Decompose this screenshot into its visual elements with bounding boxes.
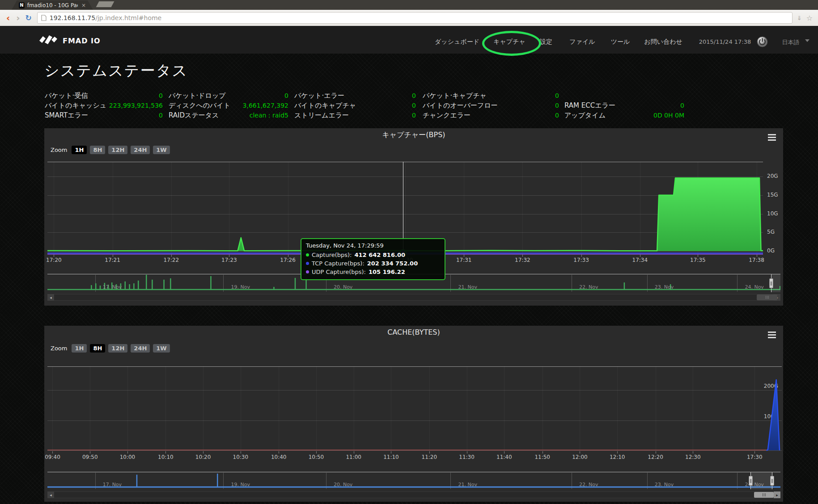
zoom-button-1h[interactable]: 1H [72,344,87,353]
power-button[interactable] [757,36,768,49]
axis-tick [203,451,203,454]
x-axis-label: 17:23 [221,257,237,263]
scrollbar-left-arrow[interactable]: ◂ [47,294,54,301]
navigator-day-label: 22. Nov [579,482,598,487]
status-value: 0 [680,102,684,109]
navigator-day-label: 20. Nov [334,482,352,487]
tooltip-row: Capture(bps): 412 642 816.00 [306,251,440,259]
status-value: 0 [555,112,559,119]
nav-item-1[interactable]: ダッシュボード [435,38,479,46]
scrollbar-track[interactable] [47,294,780,301]
y-axis-label: 10G [767,210,778,217]
x-axis-label: 17:20 [46,257,62,263]
chart-menu-icon[interactable] [768,134,776,142]
x-axis-label: 17:22 [164,257,179,263]
scrollbar-left-arrow[interactable]: ◂ [47,491,54,498]
browser-tab[interactable]: N fmadio10 - 10G Pack × [12,0,93,10]
axis-tick [580,451,580,454]
x-axis-label: 17:21 [105,257,120,263]
series-dot-icon [306,253,309,256]
status-value: 0D 0H 0M [653,112,684,119]
zoom-button-1w[interactable]: 1W [153,146,170,154]
nav-item-3[interactable]: 設定 [540,38,552,46]
status-cell: パケット·エラー0 [294,91,416,100]
x-axis-label: 11:50 [534,454,550,460]
page-title: システムステータス [44,61,188,81]
axis-tick [467,451,467,454]
zoom-button-12h[interactable]: 12H [108,146,127,154]
status-label: パケット·受信 [45,92,88,100]
bookmark-star-icon[interactable]: ☆ [806,14,813,22]
tooltip-row: UDP Capture(bps): 105 196.22 [306,268,440,276]
series-dot-icon [306,270,309,273]
x-axis-label: 11:30 [459,454,475,460]
zoom-button-24h[interactable]: 24H [131,344,150,353]
save-page-icon[interactable]: ⇓ [797,15,802,21]
axis-tick [279,451,279,454]
status-cell: アップタイム0D 0H 0M [564,111,684,120]
zoom-button-24h[interactable]: 24H [131,146,150,154]
brand[interactable]: FMAD IO [38,34,101,47]
status-label: チャンクエラー [423,111,470,120]
status-label: RAIDステータス [169,111,219,120]
scrollbar-thumb[interactable] [754,492,774,498]
navigator-selected-range [750,472,772,489]
scrollbar-thumb[interactable] [757,294,777,300]
back-button[interactable]: ‹ [6,13,10,22]
status-value: 0 [412,112,416,119]
status-cell: RAIDステータスclean : raid5 [169,111,288,120]
x-axis-label: 17:33 [573,257,589,263]
forward-button[interactable]: › [16,13,20,22]
chart-menu-icon[interactable] [768,332,776,340]
zoom-button-12h[interactable]: 12H [108,344,127,353]
nav-item-6[interactable]: お問い合わせ [644,38,682,46]
scrollbar-track[interactable] [47,491,780,498]
status-value: 0 [412,102,416,109]
site-header [0,26,818,54]
chart-title: キャプチャー(BPS) [44,130,783,140]
nav-item-5[interactable]: ツール [611,38,630,46]
zoom-button-1h[interactable]: 1H [72,146,87,154]
status-cell: チャンクエラー0 [423,111,559,120]
status-value: 0 [412,92,416,99]
x-axis-label: 11:40 [496,454,512,460]
status-label: バイトのオーバーフロー [423,101,498,110]
status-value: 0 [555,92,559,99]
navigator-handle[interactable] [749,476,753,486]
language-caret-icon[interactable] [805,39,810,42]
y-axis-label: 5G [767,229,775,235]
tab-favicon-icon: N [19,2,25,8]
zoom-controls: Zoom1H8H12H24H1W [51,146,170,154]
axis-tick [354,451,354,454]
new-tab-button[interactable] [96,1,114,7]
status-cell: ディスクへのバイト3,661,627,392 [169,101,288,110]
x-axis-label: 10:00 [120,454,136,460]
zoom-button-1w[interactable]: 1W [153,344,170,353]
navigator-day-label: 17. Nov [103,482,122,487]
scrollbar-right-arrow[interactable]: ▸ [774,491,780,498]
x-axis-label: 17:30 [747,454,763,460]
status-cell: パケット·受信0 [45,91,163,100]
zoom-button-8h[interactable]: 8H [90,344,105,353]
url-field[interactable]: 192.168.11.75/jp.index.html#home [37,12,793,24]
status-label: RAM ECCエラー [564,101,615,110]
reload-button[interactable]: ↻ [25,14,32,22]
brand-text: FMAD IO [63,37,101,45]
status-value: 223,993,921,536 [109,102,163,109]
x-axis-label: 12:10 [610,454,625,460]
navigator-handle[interactable] [769,278,773,288]
x-axis-label: 17:31 [456,257,472,263]
zoom-label: Zoom [51,345,67,352]
zoom-button-8h[interactable]: 8H [90,146,105,154]
status-value: 0 [159,112,163,119]
tab-close-icon[interactable]: × [81,2,86,8]
header-datetime: 2015/11/24 17:38 [699,38,751,45]
status-value: clean : raid5 [250,112,288,119]
nav-item-4[interactable]: ファイル [569,38,595,46]
language-selector[interactable]: 日本語 [782,38,800,46]
tab-title: fmadio10 - 10G Pack [27,2,78,8]
zoom-label: Zoom [51,147,67,153]
status-cell: パケット·キャプチャ0 [423,91,559,100]
navigator-handle[interactable] [770,476,774,486]
series-dot-icon [306,262,309,265]
